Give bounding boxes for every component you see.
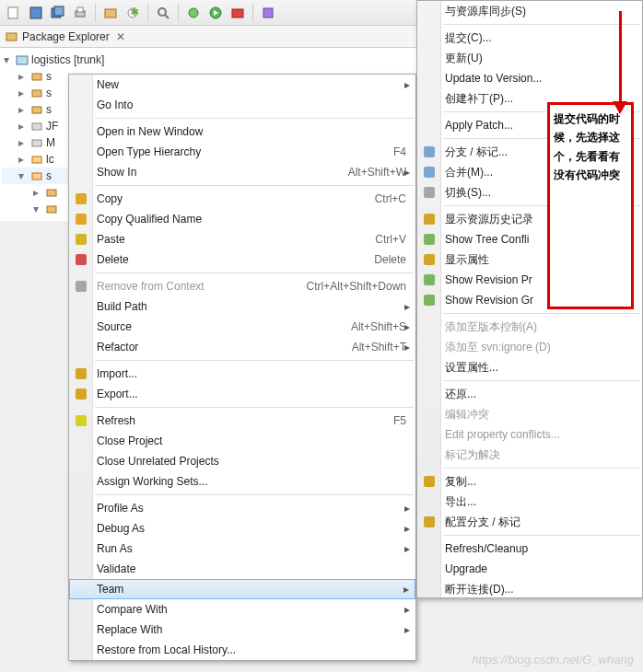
menu-item[interactable]: 设置属性... <box>417 357 642 377</box>
menu-label: Close Project <box>97 434 162 447</box>
svg-rect-28 <box>76 193 87 204</box>
menu-label: Apply Patch... <box>445 119 513 132</box>
panel-title: Package Explorer <box>22 30 110 43</box>
search-icon[interactable] <box>153 3 173 23</box>
menu-item[interactable]: Debug As▸ <box>69 518 415 539</box>
svg-rect-31 <box>76 254 87 265</box>
menu-item[interactable]: Refresh/Cleanup <box>417 539 642 559</box>
menu-item[interactable]: Assign Working Sets... <box>69 471 415 492</box>
watermark: https://blog.csdn.net/G_whang <box>472 653 634 666</box>
revg-icon <box>421 292 438 308</box>
new-icon[interactable] <box>4 3 24 23</box>
remove-icon <box>73 278 89 295</box>
menu-item[interactable]: 导出... <box>417 492 642 512</box>
menu-label: Show In <box>97 166 136 179</box>
menu-item[interactable]: DeleteDelete <box>69 249 415 270</box>
shortcut: Alt+Shift+S <box>351 320 406 333</box>
menu-item[interactable]: Upgrade <box>417 559 642 579</box>
menu-item[interactable]: RefactorAlt+Shift+T▸ <box>69 337 415 357</box>
tree-icon <box>421 231 438 248</box>
menu-item[interactable]: New▸ <box>69 75 415 95</box>
menu-item[interactable]: Replace With▸ <box>69 620 415 640</box>
submenu-arrow-icon: ▸ <box>403 583 409 596</box>
menu-item[interactable]: Build Path▸ <box>69 296 415 317</box>
menu-label: Assign Working Sets... <box>97 475 208 488</box>
menu-item[interactable]: Update to Version... <box>417 68 642 88</box>
menu-item[interactable]: Close Project <box>69 431 415 451</box>
menu-label: Debug As <box>97 522 145 535</box>
menu-item[interactable]: Restore from Local History... <box>69 640 415 660</box>
menu-item[interactable]: 更新(U) <box>417 48 642 68</box>
menu-item[interactable]: Open Type HierarchyF4 <box>69 142 415 162</box>
revp-icon <box>421 272 438 288</box>
src-icon <box>29 69 44 84</box>
menu-label: Paste <box>97 233 125 246</box>
copy-icon <box>73 191 89 207</box>
wizard-icon[interactable]: ✱ <box>123 3 143 23</box>
svg-rect-18 <box>17 56 28 64</box>
newclass-icon[interactable] <box>258 3 278 23</box>
menu-item[interactable]: RefreshF5 <box>69 411 415 431</box>
menu-item[interactable]: 复制... <box>417 471 642 492</box>
menu-label: Restore from Local History... <box>97 643 236 656</box>
menu-label: Team <box>97 583 123 596</box>
menu-item[interactable]: Validate <box>69 559 415 579</box>
save-icon[interactable] <box>26 3 46 23</box>
menu-item[interactable]: 断开连接(D)... <box>417 579 642 599</box>
menu-item[interactable]: CopyCtrl+C <box>69 189 415 209</box>
menu-item[interactable]: 配置分支 / 标记 <box>417 512 642 532</box>
svg-rect-32 <box>76 281 87 292</box>
svg-rect-3 <box>54 6 64 16</box>
saveall-icon[interactable] <box>48 3 68 23</box>
menu-item[interactable]: SourceAlt+Shift+S▸ <box>69 317 415 337</box>
svg-rect-39 <box>424 214 435 225</box>
submenu-arrow-icon: ▸ <box>404 166 410 179</box>
menu-label: 导出... <box>445 494 476 510</box>
menu-item[interactable]: Run As▸ <box>69 539 415 559</box>
menu-item[interactable]: Go Into <box>69 95 415 115</box>
svg-rect-21 <box>32 107 41 113</box>
shortcut: F4 <box>393 145 406 158</box>
svg-rect-26 <box>47 190 56 196</box>
menu-label: Run As <box>97 542 133 555</box>
menu-item[interactable]: Close Unrelated Projects <box>69 451 415 471</box>
print-icon[interactable] <box>70 3 90 23</box>
menu-item[interactable]: 与资源库同步(S) <box>417 1 642 21</box>
menu-item[interactable]: Copy Qualified Name <box>69 209 415 229</box>
project-icon <box>15 52 29 67</box>
copy2-icon <box>421 473 438 490</box>
svg-rect-1 <box>30 7 41 18</box>
shortcut: Ctrl+C <box>375 192 406 205</box>
svg-rect-27 <box>47 206 56 213</box>
menu-label: 标记为解决 <box>445 447 500 463</box>
submenu-arrow-icon: ▸ <box>404 341 410 353</box>
close-icon[interactable]: ✕ <box>116 30 125 43</box>
menu-label: Open in New Window <box>97 125 203 138</box>
external-icon[interactable] <box>228 3 248 23</box>
svg-rect-24 <box>32 156 41 163</box>
menu-item[interactable]: Team▸ <box>69 579 415 599</box>
menu-label: Show Tree Confli <box>445 233 529 246</box>
svg-line-10 <box>165 15 169 18</box>
svg-rect-38 <box>424 187 435 198</box>
menu-item[interactable]: Profile As▸ <box>69 498 415 518</box>
submenu-arrow-icon: ▸ <box>404 78 410 91</box>
menu-item[interactable]: Open in New Window <box>69 122 415 142</box>
menu-item[interactable]: 提交(C)... <box>417 28 642 48</box>
menu-label: Go Into <box>97 98 133 111</box>
package-icon[interactable] <box>100 3 121 23</box>
menu-item[interactable]: Show InAlt+Shift+W▸ <box>69 162 415 182</box>
menu-item[interactable]: Compare With▸ <box>69 599 415 620</box>
debug-icon[interactable] <box>183 3 204 23</box>
menu-item[interactable]: Export... <box>69 384 415 404</box>
run-icon[interactable] <box>205 3 226 23</box>
menu-item[interactable]: PasteCtrl+V <box>69 229 415 249</box>
menu-label: 断开连接(D)... <box>445 582 514 597</box>
menu-label: Validate <box>97 562 135 575</box>
svg-rect-35 <box>76 415 87 426</box>
tree-label: logistics [trunk] <box>31 53 104 66</box>
annotation-callout: 提交代码的时候，先选择这个，先看看有没有代码冲突 <box>547 102 634 309</box>
menu-item[interactable]: Import... <box>69 364 415 384</box>
menu-item[interactable]: 还原... <box>417 384 642 404</box>
merge-icon <box>421 164 438 180</box>
